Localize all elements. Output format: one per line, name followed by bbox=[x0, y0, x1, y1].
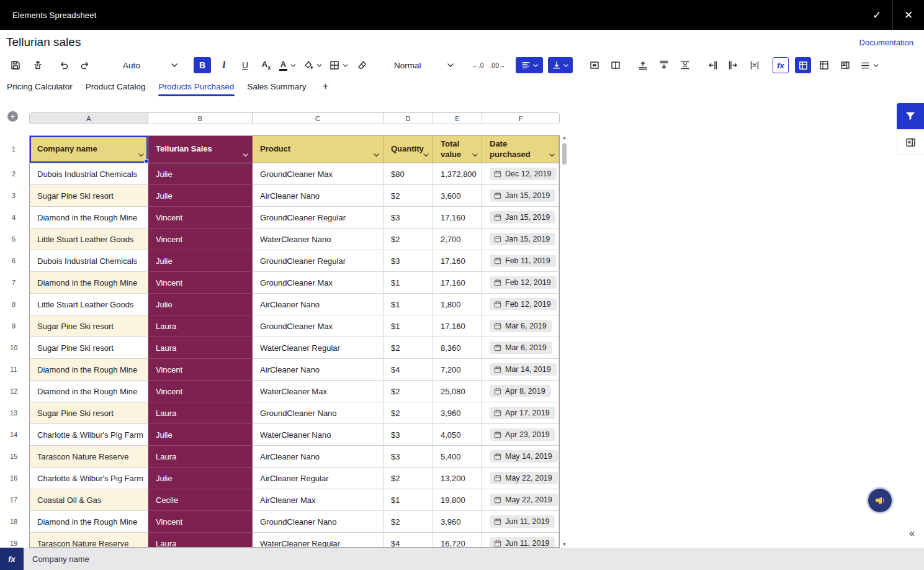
cell-F12[interactable]: Apr 8, 2019 bbox=[482, 381, 559, 402]
cell-D2[interactable]: $80 bbox=[384, 163, 433, 185]
row-number-13[interactable]: 13 bbox=[5, 402, 22, 423]
row-number-14[interactable]: 14 bbox=[5, 423, 22, 445]
cell-F16[interactable]: May 22, 2019 bbox=[482, 468, 559, 489]
row-number-2[interactable]: 2 bbox=[5, 163, 22, 184]
cell-C19[interactable]: WaterCleaner Regular bbox=[253, 533, 384, 548]
date-chip[interactable]: Mar 6, 2019 bbox=[490, 342, 552, 354]
cell-D9[interactable]: $1 bbox=[384, 315, 433, 337]
cell-A8[interactable]: Little Stuart Leather Goods bbox=[30, 294, 148, 315]
row-number-7[interactable]: 7 bbox=[5, 271, 22, 293]
insert-column-right-button[interactable] bbox=[725, 57, 742, 73]
cell-F6[interactable]: Feb 11, 2019 bbox=[482, 250, 559, 272]
cell-C3[interactable]: AirCleaner Nano bbox=[253, 185, 384, 207]
more-menu-button[interactable] bbox=[861, 57, 879, 73]
cell-A14[interactable]: Charlotte & Wilbur's Pig Farm bbox=[30, 424, 148, 446]
documentation-link[interactable]: Documentation bbox=[859, 38, 913, 47]
header-cell-company-name[interactable]: Company name bbox=[30, 136, 148, 163]
format-style-dropdown[interactable]: Normal bbox=[394, 61, 454, 70]
vertical-align-button[interactable] bbox=[548, 57, 573, 73]
cell-A16[interactable]: Charlotte & Wilbur's Pig Farm bbox=[30, 468, 148, 489]
cell-E7[interactable]: 17,160 bbox=[433, 272, 482, 294]
cell-C12[interactable]: WaterCleaner Max bbox=[253, 381, 384, 402]
cell-F13[interactable]: Apr 17, 2019 bbox=[482, 402, 559, 424]
cell-D7[interactable]: $1 bbox=[384, 272, 433, 294]
cell-C16[interactable]: AirCleaner Regular bbox=[253, 468, 384, 489]
cell-C18[interactable]: GroundCleaner Nano bbox=[253, 511, 384, 533]
scrollbar-thumb[interactable] bbox=[562, 143, 567, 165]
decrease-decimal-button[interactable]: ←.0 bbox=[470, 57, 486, 73]
cell-F11[interactable]: Mar 14, 2019 bbox=[482, 359, 559, 381]
cell-E10[interactable]: 8,360 bbox=[433, 337, 482, 359]
cell-B9[interactable]: Laura bbox=[148, 315, 253, 337]
header-cell-total-value[interactable]: Total value bbox=[433, 136, 482, 163]
cell-D4[interactable]: $3 bbox=[384, 207, 433, 228]
vertical-scrollbar[interactable]: ▲ ▼ bbox=[560, 135, 568, 548]
row-number-18[interactable]: 18 bbox=[5, 510, 22, 532]
freeze-panes-button[interactable] bbox=[816, 57, 832, 73]
delete-column-button[interactable] bbox=[747, 57, 763, 73]
cell-E5[interactable]: 2,700 bbox=[433, 228, 482, 250]
cell-D14[interactable]: $3 bbox=[384, 424, 433, 446]
cell-F2[interactable]: Dec 12, 2019 bbox=[482, 163, 559, 185]
header-cell-quantity[interactable]: Quantity bbox=[384, 136, 433, 163]
column-header-C[interactable]: C bbox=[253, 113, 384, 124]
cell-F3[interactable]: Jan 15, 2019 bbox=[482, 185, 559, 207]
cell-A12[interactable]: Diamond in the Rough Mine bbox=[30, 381, 148, 402]
scroll-down-icon[interactable]: ▼ bbox=[560, 542, 568, 546]
cell-E19[interactable]: 16,720 bbox=[433, 533, 482, 548]
row-number-5[interactable]: 5 bbox=[5, 228, 22, 250]
redo-button[interactable] bbox=[77, 57, 93, 73]
chevron-down-icon[interactable] bbox=[549, 153, 555, 157]
cell-B3[interactable]: Julie bbox=[148, 185, 253, 207]
cell-A13[interactable]: Sugar Pine Ski resort bbox=[30, 402, 148, 424]
cell-B17[interactable]: Cecile bbox=[148, 489, 253, 511]
cell-A17[interactable]: Coastal Oil & Gas bbox=[30, 489, 148, 511]
cell-C11[interactable]: AirCleaner Nano bbox=[253, 359, 384, 381]
chevron-down-icon[interactable] bbox=[138, 153, 144, 157]
row-number-4[interactable]: 4 bbox=[5, 206, 22, 228]
chevron-down-icon[interactable] bbox=[423, 153, 429, 157]
cell-A2[interactable]: Dubois Industrial Chemicals bbox=[30, 163, 148, 185]
row-number-12[interactable]: 12 bbox=[5, 380, 22, 402]
announcement-button[interactable] bbox=[868, 489, 892, 512]
header-cell-product[interactable]: Product bbox=[253, 136, 384, 163]
row-number-11[interactable]: 11 bbox=[5, 358, 22, 380]
row-number-17[interactable]: 17 bbox=[5, 489, 22, 510]
cell-C5[interactable]: WaterCleaner Nano bbox=[253, 228, 384, 250]
cell-B11[interactable]: Vincent bbox=[148, 359, 253, 381]
chevron-down-icon[interactable] bbox=[472, 153, 478, 157]
scroll-up-icon[interactable]: ▲ bbox=[560, 135, 568, 140]
undo-button[interactable] bbox=[56, 57, 72, 73]
cell-D15[interactable]: $3 bbox=[384, 446, 433, 468]
cell-C6[interactable]: GroundCleaner Regular bbox=[253, 250, 384, 272]
fill-color-button[interactable] bbox=[303, 57, 322, 73]
underline-button[interactable]: U bbox=[237, 57, 253, 73]
cell-E12[interactable]: 25,080 bbox=[433, 381, 482, 402]
cell-E14[interactable]: 4,050 bbox=[433, 424, 482, 446]
cell-B5[interactable]: Vincent bbox=[148, 228, 253, 250]
cell-C9[interactable]: GroundCleaner Max bbox=[253, 315, 384, 337]
cell-F18[interactable]: Jun 11, 2019 bbox=[482, 511, 559, 533]
header-cell-tellurian-sales[interactable]: Tellurian Sales bbox=[148, 136, 253, 163]
cell-A7[interactable]: Diamond in the Rough Mine bbox=[30, 272, 148, 294]
save-button[interactable] bbox=[7, 57, 24, 73]
cell-D10[interactable]: $2 bbox=[384, 337, 433, 359]
row-number-15[interactable]: 15 bbox=[5, 445, 22, 467]
cell-F7[interactable]: Feb 12, 2019 bbox=[482, 272, 559, 294]
insert-row-below-button[interactable] bbox=[656, 57, 672, 73]
cell-D6[interactable]: $3 bbox=[384, 250, 433, 272]
cell-E3[interactable]: 3,600 bbox=[433, 185, 482, 207]
header-cell-date-purchased[interactable]: Date purchased bbox=[482, 136, 559, 163]
cell-E6[interactable]: 17,160 bbox=[433, 250, 482, 272]
cell-A19[interactable]: Tarascon Nature Reserve bbox=[30, 533, 148, 548]
clear-formatting-button[interactable]: Ax bbox=[258, 57, 274, 73]
date-chip[interactable]: Jun 11, 2019 bbox=[490, 537, 555, 548]
delete-row-button[interactable] bbox=[677, 57, 693, 73]
formula-button[interactable]: fx bbox=[773, 57, 789, 73]
row-number-9[interactable]: 9 bbox=[5, 315, 22, 337]
cell-B18[interactable]: Vincent bbox=[148, 511, 253, 533]
cell-E15[interactable]: 5,400 bbox=[433, 446, 482, 468]
tab-products-purchased[interactable]: Products Purchased bbox=[158, 76, 235, 97]
cell-F8[interactable]: Feb 12, 2019 bbox=[482, 294, 559, 315]
cell-E11[interactable]: 7,200 bbox=[433, 359, 482, 381]
